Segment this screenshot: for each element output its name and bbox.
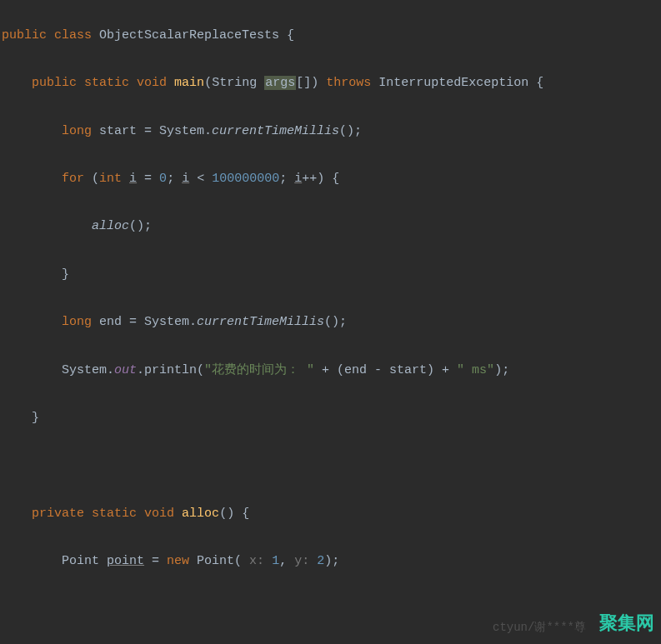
code-line: long end = System.currentTimeMillis();	[2, 311, 661, 335]
method-call: alloc	[92, 219, 129, 233]
code-line: for (int i = 0; i < 100000000; i++) {	[2, 167, 661, 192]
param-args: args	[264, 76, 296, 90]
var-i: i	[182, 172, 189, 186]
code-editor[interactable]: public class ObjectScalarReplaceTests { …	[2, 0, 661, 644]
keyword-int: int	[99, 172, 122, 186]
code-line: public class ObjectScalarReplaceTests {	[2, 24, 661, 48]
code-line: }	[2, 263, 661, 287]
field-out: out	[114, 363, 137, 377]
keyword-for: for	[62, 172, 84, 186]
static-method: currentTimeMillis	[212, 124, 339, 138]
number-literal: 0	[159, 172, 167, 186]
param-hint-x: x:	[249, 554, 264, 568]
number-literal: 1	[272, 554, 279, 568]
static-method: currentTimeMillis	[197, 315, 324, 329]
keyword-public: public	[2, 28, 47, 42]
code-line: alloc();	[2, 215, 661, 239]
exception-type: InterruptedException {	[371, 76, 543, 90]
var-i: i	[129, 172, 137, 186]
code-line: public static void main(String args[]) t…	[2, 72, 661, 96]
keyword-static: static	[84, 76, 129, 90]
keyword-public: public	[32, 76, 77, 90]
watermark-site: 聚集网	[599, 612, 654, 636]
var-i: i	[294, 172, 302, 186]
number-literal: 2	[317, 554, 324, 568]
keyword-long: long	[62, 124, 92, 138]
class-name: ObjectScalarReplaceTests	[99, 28, 279, 42]
keyword-new: new	[167, 554, 189, 568]
string-literal: "花费的时间为： "	[204, 363, 314, 377]
keyword-class: class	[54, 28, 92, 42]
method-main: main	[174, 76, 204, 90]
code-line: System.out.println("花费的时间为： " + (end - s…	[2, 359, 661, 383]
string-literal: " ms"	[457, 363, 494, 377]
keyword-private: private	[32, 507, 84, 521]
watermark-user: ctyun/谢****尊	[493, 616, 586, 640]
keyword-void: void	[137, 76, 167, 90]
keyword-void: void	[144, 507, 174, 521]
code-line	[2, 454, 661, 478]
param-hint-y: y:	[294, 554, 309, 568]
code-line: Point point = new Point( x: 1, y: 2);	[2, 550, 661, 574]
code-line: private static void alloc() {	[2, 502, 661, 527]
keyword-long: long	[62, 315, 92, 329]
method-alloc: alloc	[182, 507, 219, 521]
var-point: point	[107, 554, 144, 568]
code-line: }	[2, 407, 661, 431]
keyword-static: static	[92, 507, 137, 521]
code-line: long start = System.currentTimeMillis();	[2, 120, 661, 144]
number-literal: 100000000	[212, 172, 279, 186]
keyword-throws: throws	[326, 76, 371, 90]
